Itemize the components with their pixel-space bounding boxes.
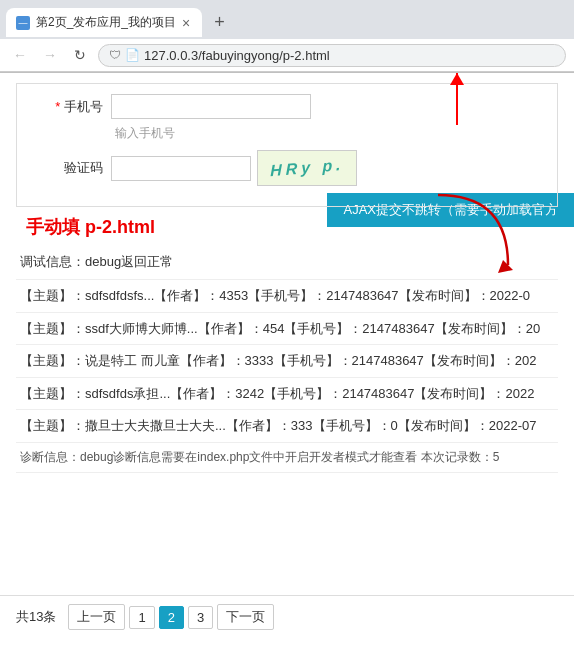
browser-chrome: — 第2页_发布应用_我的项目 × + ← → ↻ 🛡 📄 127.0.0.3/… [0, 0, 574, 73]
tab-label: 第2页_发布应用_我的项目 [36, 14, 176, 31]
phone-label: * 手机号 [31, 98, 111, 116]
list-item: 【主题】：说是特工 而儿童【作者】：3333【手机号】：2147483647【发… [16, 345, 558, 378]
page-content: AJAX提交不跳转（需要手动加载官方 * 手机号 输入手机号 验证码 HRy p… [0, 73, 574, 667]
list-item: 【主题】：撒旦士大夫撒旦士大夫...【作者】：333【手机号】：0【发布时间】：… [16, 410, 558, 443]
phone-placeholder: 输入手机号 [115, 125, 543, 142]
refresh-button[interactable]: ↻ [68, 43, 92, 67]
captcha-image[interactable]: HRy p. [257, 150, 357, 186]
required-star: * [55, 99, 60, 114]
security-icon: 🛡 [109, 48, 121, 62]
annotation-area: 手动填 p-2.html [16, 215, 558, 239]
pagination-area: 共13条 上一页 1 2 3 下一页 [0, 595, 574, 638]
tab-close-button[interactable]: × [182, 16, 190, 30]
tab-bar: — 第2页_发布应用_我的项目 × + [0, 0, 574, 39]
forward-button[interactable]: → [38, 43, 62, 67]
address-bar[interactable]: 🛡 📄 127.0.0.3/fabuyingyong/p-2.html [98, 44, 566, 67]
back-button[interactable]: ← [8, 43, 32, 67]
active-tab[interactable]: — 第2页_发布应用_我的项目 × [6, 8, 202, 37]
list-container: 【主题】：sdfsdfdsfs...【作者】：4353【手机号】：2147483… [16, 280, 558, 443]
phone-row: * 手机号 [31, 94, 543, 119]
page-icon: 📄 [125, 48, 140, 62]
phone-label-text: 手机号 [64, 99, 103, 114]
new-tab-button[interactable]: + [204, 6, 235, 39]
page-3-button[interactable]: 3 [188, 606, 213, 629]
page-1-button[interactable]: 1 [129, 606, 154, 629]
red-arrow-head [450, 73, 464, 85]
page-total: 共13条 [16, 608, 56, 626]
tab-favicon: — [16, 16, 30, 30]
phone-input[interactable] [111, 94, 311, 119]
captcha-label: 验证码 [31, 159, 111, 177]
manual-fill-annotation: 手动填 p-2.html [26, 215, 558, 239]
address-text: 127.0.0.3/fabuyingyong/p-2.html [144, 48, 555, 63]
list-item: 【主题】：sdfsdfds承担...【作者】：3242【手机号】：2147483… [16, 378, 558, 411]
form-section: * 手机号 输入手机号 验证码 HRy p. [16, 83, 558, 207]
captcha-text: HRy p. [270, 156, 344, 181]
nav-bar: ← → ↻ 🛡 📄 127.0.0.3/fabuyingyong/p-2.htm… [0, 39, 574, 72]
page-2-button[interactable]: 2 [159, 606, 184, 629]
captcha-row: 验证码 HRy p. [31, 150, 543, 186]
captcha-input[interactable] [111, 156, 251, 181]
list-item: 【主题】：sdfsdfdsfs...【作者】：4353【手机号】：2147483… [16, 280, 558, 313]
debug-section: 调试信息：debug返回正常 [16, 245, 558, 280]
next-page-button[interactable]: 下一页 [217, 604, 274, 630]
diag-section: 诊断信息：debug诊断信息需要在index.php文件中开启开发者模式才能查看… [16, 443, 558, 473]
list-item: 【主题】：ssdf大师博大师博...【作者】：454【手机号】：21474836… [16, 313, 558, 346]
prev-page-button[interactable]: 上一页 [68, 604, 125, 630]
